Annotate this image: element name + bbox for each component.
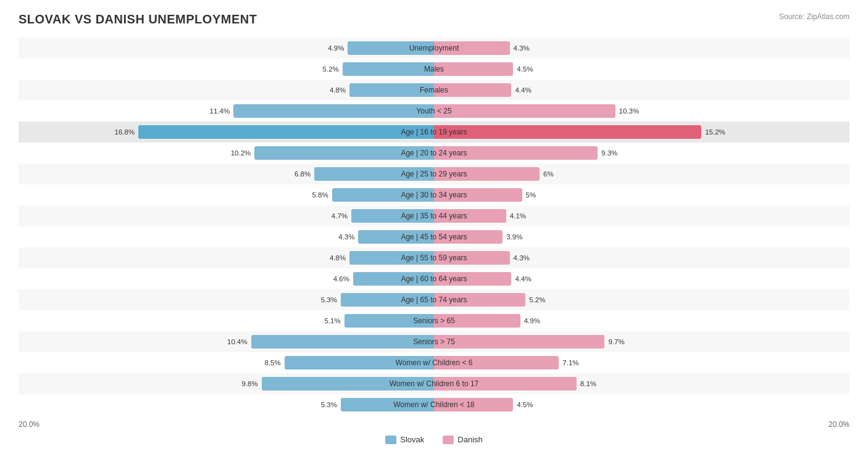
pink-bar	[434, 62, 513, 76]
value-right: 9.3%	[601, 149, 617, 157]
value-left: 4.3%	[338, 233, 354, 241]
value-left: 8.5%	[265, 359, 281, 366]
value-left: 4.6%	[333, 275, 349, 283]
legend-danish-label: Danish	[457, 435, 482, 444]
right-bar-area: 4.5%	[434, 59, 849, 80]
left-bar-area: 4.9%	[19, 38, 434, 59]
value-left: 5.2%	[323, 65, 339, 73]
value-left: 10.2%	[231, 149, 251, 157]
blue-bar	[314, 167, 434, 181]
value-right: 9.7%	[608, 338, 624, 345]
blue-bar	[332, 188, 434, 202]
right-bar-area: 10.3%	[434, 101, 849, 122]
value-left: 4.8%	[330, 86, 346, 94]
bar-row: 5.2%4.5%Males	[19, 59, 849, 80]
left-bar-area: 5.1%	[19, 310, 434, 331]
pink-bar	[434, 314, 520, 328]
pink-bar	[434, 356, 559, 370]
value-right: 4.3%	[514, 254, 530, 262]
bar-row: 8.5%7.1%Women w/ Children < 6	[19, 352, 849, 373]
pink-bar	[434, 167, 540, 181]
value-left: 9.8%	[241, 380, 257, 387]
x-axis: 20.0% 20.0%	[19, 420, 849, 429]
left-bar-area: 5.3%	[19, 289, 434, 310]
bar-row: 5.3%5.2%Age | 65 to 74 years	[19, 289, 849, 310]
chart-container: SLOVAK VS DANISH UNEMPLOYMENT Source: Zi…	[0, 0, 868, 463]
bar-row: 4.7%4.1%Age | 35 to 44 years	[19, 205, 849, 226]
right-bar-area: 4.4%	[434, 80, 849, 101]
bar-row: 4.6%4.4%Age | 60 to 64 years	[19, 268, 849, 289]
legend-danish: Danish	[443, 435, 482, 444]
blue-bar	[344, 314, 434, 328]
left-bar-area: 5.3%	[19, 394, 434, 415]
value-right: 4.3%	[514, 44, 530, 52]
chart-header: SLOVAK VS DANISH UNEMPLOYMENT Source: Zi…	[19, 12, 849, 27]
blue-bar	[349, 83, 434, 97]
value-right: 8.1%	[580, 380, 596, 387]
bar-row: 9.8%8.1%Women w/ Children 6 to 17	[19, 373, 849, 394]
value-right: 10.3%	[619, 107, 640, 115]
left-bar-area: 16.8%	[19, 122, 434, 143]
value-right: 4.9%	[524, 317, 540, 324]
legend-slovak: Slovak	[385, 435, 424, 444]
blue-bar	[349, 251, 434, 265]
blue-bar	[285, 356, 434, 370]
value-left: 5.3%	[321, 296, 337, 304]
pink-bar	[434, 104, 616, 118]
right-bar-area: 6%	[434, 163, 849, 184]
value-right: 4.5%	[517, 401, 533, 408]
value-right: 4.5%	[517, 65, 533, 73]
value-right: 4.4%	[515, 275, 531, 283]
left-bar-area: 10.4%	[19, 331, 434, 352]
blue-bar	[138, 125, 434, 139]
pink-bar	[434, 230, 503, 244]
bar-row: 16.8%15.2%Age | 16 to 19 years	[19, 122, 849, 143]
pink-bar	[434, 125, 701, 139]
left-bar-area: 9.8%	[19, 373, 434, 394]
value-left: 6.8%	[294, 170, 311, 178]
left-bar-area: 4.3%	[19, 226, 434, 247]
right-bar-area: 8.1%	[434, 373, 849, 394]
pink-bar	[434, 83, 511, 97]
value-left: 10.4%	[227, 338, 248, 345]
left-bar-area: 6.8%	[19, 163, 434, 184]
chart-title: SLOVAK VS DANISH UNEMPLOYMENT	[19, 12, 257, 27]
left-bar-area: 4.7%	[19, 205, 434, 226]
value-right: 5%	[526, 191, 536, 199]
left-bar-area: 5.2%	[19, 59, 434, 80]
bars-wrapper: 4.9%4.3%Unemployment5.2%4.5%Males4.8%4.4…	[19, 38, 849, 415]
value-right: 4.1%	[510, 212, 526, 220]
bar-row: 11.4%10.3%Youth < 25	[19, 101, 849, 122]
blue-bar	[251, 335, 434, 349]
x-axis-right: 20.0%	[828, 420, 849, 429]
bar-row: 4.3%3.9%Age | 45 to 54 years	[19, 226, 849, 247]
legend-slovak-label: Slovak	[400, 435, 424, 444]
pink-bar	[434, 377, 577, 391]
value-left: 5.1%	[324, 317, 340, 324]
blue-bar	[353, 272, 434, 286]
right-bar-area: 5%	[434, 184, 849, 205]
pink-bar	[434, 272, 511, 286]
blue-bar	[341, 293, 434, 307]
value-right: 5.2%	[529, 296, 545, 304]
value-left: 4.8%	[330, 254, 346, 262]
left-bar-area: 11.4%	[19, 101, 434, 122]
bar-row: 4.9%4.3%Unemployment	[19, 38, 849, 59]
value-right: 4.4%	[515, 86, 531, 94]
pink-bar	[434, 209, 506, 223]
bar-row: 6.8%6%Age | 25 to 29 years	[19, 163, 849, 184]
left-bar-area: 5.8%	[19, 184, 434, 205]
value-left: 4.7%	[332, 212, 348, 220]
right-bar-area: 3.9%	[434, 226, 849, 247]
right-bar-area: 9.7%	[434, 331, 849, 352]
pink-bar	[434, 251, 510, 265]
value-right: 6%	[543, 170, 554, 178]
right-bar-area: 15.2%	[434, 122, 849, 143]
left-bar-area: 4.8%	[19, 247, 434, 268]
pink-bar	[434, 41, 510, 55]
value-left: 5.8%	[312, 191, 328, 199]
value-right: 3.9%	[506, 233, 522, 241]
legend-slovak-box	[385, 436, 396, 444]
blue-bar	[262, 377, 434, 391]
bar-row: 5.8%5%Age | 30 to 34 years	[19, 184, 849, 205]
